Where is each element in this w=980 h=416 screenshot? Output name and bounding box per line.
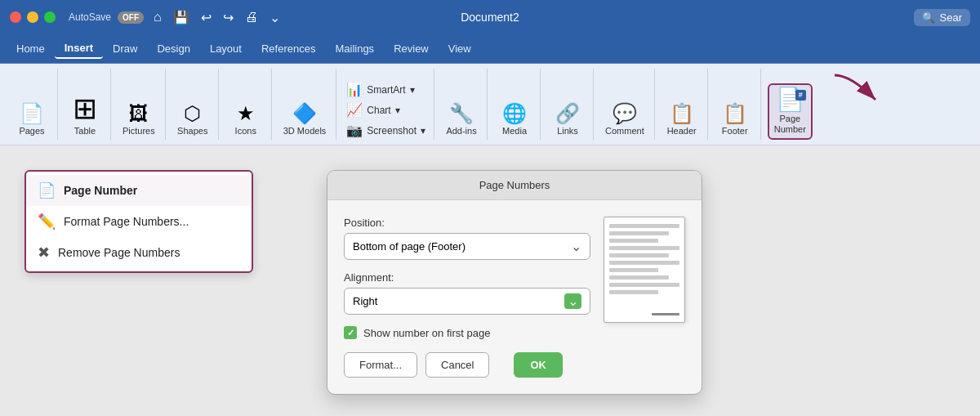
ribbon-group-footer: 📋 Footer bbox=[710, 69, 761, 140]
smartart-label: SmartArt bbox=[367, 84, 405, 96]
dialog-buttons: Format... Cancel OK bbox=[344, 352, 590, 378]
media-label: Media bbox=[502, 126, 527, 136]
position-select[interactable]: Bottom of page (Footer) ⌄ bbox=[344, 233, 590, 260]
menu-home[interactable]: Home bbox=[7, 39, 55, 58]
header-label: Header bbox=[667, 126, 697, 136]
ribbon-group-table: ⊞ Table bbox=[60, 69, 111, 140]
ribbon-group-icons: ★ Icons bbox=[220, 69, 272, 140]
position-label: Position: bbox=[344, 217, 590, 229]
position-field-row: Position: Bottom of page (Footer) ⌄ bbox=[344, 217, 590, 260]
pictures-label: Pictures bbox=[122, 126, 155, 136]
cancel-button[interactable]: Cancel bbox=[425, 352, 489, 378]
dropdown-item-format[interactable]: ✏️ Format Page Numbers... bbox=[26, 206, 252, 237]
minimize-button[interactable] bbox=[27, 11, 38, 23]
preview-line-3 bbox=[609, 239, 658, 243]
autosave-toggle[interactable]: OFF bbox=[118, 11, 144, 24]
menu-references[interactable]: References bbox=[252, 39, 325, 58]
pictures-button[interactable]: 🖼 Pictures bbox=[118, 101, 160, 140]
menu-insert[interactable]: Insert bbox=[55, 38, 103, 59]
menu-draw[interactable]: Draw bbox=[103, 39, 147, 58]
footer-button[interactable]: 📋 Footer bbox=[715, 101, 755, 140]
more-icon[interactable]: ⌄ bbox=[270, 10, 280, 25]
checkbox-row: ✓ Show number on first page bbox=[344, 326, 590, 339]
ok-button[interactable]: OK bbox=[514, 352, 563, 378]
page-preview bbox=[604, 217, 685, 323]
preview-line-4 bbox=[609, 246, 679, 250]
footer-icon: 📋 bbox=[723, 104, 747, 123]
shapes-button[interactable]: ⬡ Shapes bbox=[172, 101, 213, 140]
preview-line-6 bbox=[609, 261, 679, 265]
screenshot-button[interactable]: 📷 Screenshot ▾ bbox=[343, 121, 429, 140]
search-area[interactable]: 🔍 Sear bbox=[914, 9, 970, 26]
table-button[interactable]: ⊞ Table bbox=[65, 91, 105, 140]
table-icon: ⊞ bbox=[73, 94, 97, 123]
pages-label: Pages bbox=[19, 126, 44, 136]
3dmodels-button[interactable]: 🔷 3D Models bbox=[278, 101, 332, 140]
pages-button[interactable]: 📄 Pages bbox=[11, 101, 52, 140]
document-title: Document2 bbox=[461, 11, 519, 24]
menu-review[interactable]: Review bbox=[384, 39, 439, 58]
shapes-label: Shapes bbox=[177, 126, 207, 136]
redo-icon[interactable]: ↪ bbox=[223, 10, 234, 25]
show-first-page-checkbox[interactable]: ✓ bbox=[344, 326, 357, 339]
chart-button[interactable]: 📈 Chart ▾ bbox=[343, 101, 429, 119]
ribbon-group-media: 🌐 Media bbox=[489, 69, 541, 140]
addins-icon: 🔧 bbox=[449, 104, 474, 123]
table-label: Table bbox=[74, 126, 96, 136]
menu-view[interactable]: View bbox=[439, 39, 481, 58]
icons-button[interactable]: ★ Icons bbox=[225, 101, 266, 140]
print-icon[interactable]: 🖨 bbox=[245, 10, 258, 25]
content-area: 📄 Page Number ✏️ Format Page Numbers... … bbox=[0, 145, 980, 416]
links-button[interactable]: 🔗 Links bbox=[547, 101, 588, 140]
checkbox-label: Show number on first page bbox=[363, 327, 490, 339]
screenshot-arrow: ▾ bbox=[421, 125, 425, 136]
dropdown-item-remove[interactable]: ✖ Remove Page Numbers bbox=[26, 237, 252, 268]
autosave-area: AutoSave OFF bbox=[69, 11, 144, 24]
pictures-icon: 🖼 bbox=[129, 104, 149, 123]
search-icon: 🔍 bbox=[922, 11, 935, 24]
toolbar-icons: ⌂ 💾 ↩ ↪ 🖨 ⌄ bbox=[154, 10, 280, 25]
traffic-lights bbox=[10, 11, 56, 23]
position-arrow-icon: ⌄ bbox=[571, 239, 581, 254]
home-icon[interactable]: ⌂ bbox=[154, 10, 162, 25]
position-value: Bottom of page (Footer) bbox=[353, 240, 466, 253]
dropdown-item-label-3: Remove Page Numbers bbox=[58, 246, 180, 259]
preview-footer-number bbox=[652, 313, 679, 315]
close-button[interactable] bbox=[10, 11, 21, 23]
format-button[interactable]: Format... bbox=[344, 352, 417, 378]
title-bar: AutoSave OFF ⌂ 💾 ↩ ↪ 🖨 ⌄ Document2 🔍 Sea… bbox=[0, 0, 980, 34]
dropdown-item-page-number[interactable]: 📄 Page Number bbox=[26, 175, 252, 206]
menu-mailings[interactable]: Mailings bbox=[325, 39, 384, 58]
maximize-button[interactable] bbox=[44, 11, 56, 23]
footer-label: Footer bbox=[722, 126, 748, 136]
dropdown-item-label-1: Page Number bbox=[64, 184, 137, 197]
search-text[interactable]: Sear bbox=[940, 11, 962, 24]
autosave-label: AutoSave bbox=[69, 11, 111, 23]
alignment-field-row: Alignment: Right ⌄ bbox=[344, 271, 590, 315]
save-icon[interactable]: 💾 bbox=[173, 10, 189, 25]
hash-badge: # bbox=[795, 90, 806, 101]
dialog-title: Page Numbers bbox=[327, 171, 702, 200]
header-button[interactable]: 📋 Header bbox=[662, 101, 702, 140]
alignment-value: Right bbox=[353, 295, 377, 307]
comment-button[interactable]: 💬 Comment bbox=[600, 101, 649, 140]
alignment-select[interactable]: Right ⌄ bbox=[344, 288, 590, 315]
ribbon: 📄 Pages ⊞ Table 🖼 Pictures ⬡ Shapes bbox=[0, 64, 980, 145]
alignment-label: Alignment: bbox=[344, 271, 590, 284]
menu-layout[interactable]: Layout bbox=[200, 39, 252, 58]
addins-button[interactable]: 🔧 Add-ins bbox=[441, 101, 482, 140]
smartart-icon: 📊 bbox=[346, 82, 363, 97]
comment-icon: 💬 bbox=[612, 104, 637, 123]
chart-label: Chart bbox=[367, 105, 390, 116]
page-number-menu-icon: 📄 bbox=[38, 181, 56, 199]
dialog-body: Position: Bottom of page (Footer) ⌄ Alig… bbox=[327, 200, 702, 394]
preview-line-8 bbox=[609, 275, 669, 280]
undo-icon[interactable]: ↩ bbox=[201, 10, 212, 25]
ribbon-group-pictures: 🖼 Pictures bbox=[113, 69, 166, 140]
smartart-button[interactable]: 📊 SmartArt ▾ bbox=[343, 80, 429, 99]
page-number-button[interactable]: 📄 # PageNumber bbox=[768, 83, 813, 140]
media-button[interactable]: 🌐 Media bbox=[494, 101, 535, 140]
pages-icon: 📄 bbox=[20, 104, 44, 123]
ribbon-group-pages: 📄 Pages bbox=[7, 69, 58, 140]
menu-design[interactable]: Design bbox=[147, 39, 199, 58]
